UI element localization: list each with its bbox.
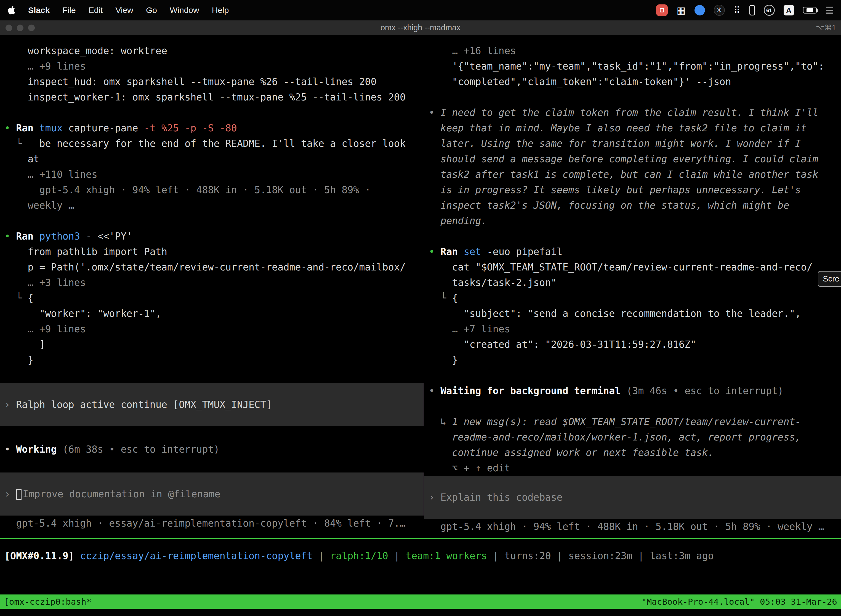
- terminal-line: [0, 457, 424, 472]
- menu-window[interactable]: Window: [170, 6, 199, 15]
- text-segment: from pathlib import Path: [4, 246, 167, 257]
- text-segment: [OMX#0.11.9]: [4, 550, 80, 561]
- text-segment: |: [313, 550, 330, 561]
- terminal-line: }: [424, 352, 841, 368]
- text-segment: {: [28, 293, 34, 304]
- terminal-line: [424, 229, 841, 244]
- terminal-line: [424, 89, 841, 105]
- text-segment: •: [4, 444, 16, 455]
- text-segment: at: [4, 154, 39, 164]
- terminal-line: … +16 lines: [424, 43, 841, 59]
- terminal-line: p = Path('.omx/state/team/review-current…: [0, 260, 424, 275]
- terminal-line: [424, 368, 841, 383]
- input-source-icon[interactable]: A: [784, 5, 794, 15]
- text-segment: gpt-5.4 xhigh · essay/ai-reimplementatio…: [4, 518, 406, 529]
- text-segment: ›: [4, 399, 16, 410]
- prompt-line[interactable]: › Explain this codebase: [424, 476, 841, 519]
- text-segment: └: [4, 293, 28, 304]
- menu-help[interactable]: Help: [212, 6, 229, 15]
- text-segment: cat "$OMX_TEAM_STATE_ROOT/team/review-cu…: [429, 262, 813, 273]
- text-segment: weekly …: [4, 200, 74, 211]
- blue-app-icon[interactable]: [694, 5, 705, 15]
- text-segment: •: [429, 107, 440, 118]
- text-segment: ↳: [429, 416, 452, 427]
- prompt-line[interactable]: › Ralph loop active continue [OMX_TMUX_I…: [0, 383, 424, 426]
- text-segment: "worker": "worker-1",: [4, 308, 161, 319]
- terminal-line: inspect task2's JSON, focusing on the st…: [424, 198, 841, 213]
- tmux-pane-left[interactable]: workspace_mode: worktree … +9 lines insp…: [0, 35, 424, 538]
- terminal-line: ⌥ + ↑ edit: [424, 461, 841, 476]
- tmux-pane-right[interactable]: … +16 lines '{"team_name":"my-team","tas…: [424, 35, 841, 538]
- terminal-line: "completed","claim_token":"claim-token"}…: [424, 74, 841, 89]
- terminal-line: gpt-5.4 xhigh · essay/ai-reimplementatio…: [0, 516, 424, 531]
- menu-bar: Slack FileEditViewGoWindowHelp ▦ ✳ ⠿ 61 …: [0, 0, 841, 21]
- text-segment: … +9 lines: [4, 323, 86, 334]
- prompt-line[interactable]: › Improve documentation in @filename: [0, 472, 424, 516]
- apple-menu-icon[interactable]: [7, 4, 17, 16]
- terminal-line: continue assigned work or next feasible …: [424, 445, 841, 461]
- text-segment: inspect_hud: omx sparkshell --tmux-pane …: [4, 76, 377, 87]
- text-segment: inspect_worker-1: omx sparkshell --tmux-…: [4, 92, 406, 103]
- zoom-button[interactable]: [28, 25, 35, 31]
- minimize-button[interactable]: [17, 25, 23, 31]
- text-segment: Waiting for background terminal: [440, 385, 626, 396]
- grid-app-icon[interactable]: ▦: [677, 6, 686, 15]
- text-segment: capture-pane: [69, 123, 144, 133]
- text-segment: └: [4, 138, 39, 149]
- text-segment: |: [388, 550, 406, 561]
- menu-file[interactable]: File: [62, 6, 76, 15]
- text-segment: pending.: [429, 215, 487, 226]
- terminal-line: └ {: [424, 290, 841, 306]
- text-segment: -euo pipefail: [487, 246, 563, 257]
- text-segment: }: [429, 354, 458, 365]
- menu-edit[interactable]: Edit: [89, 6, 103, 15]
- omx-status-pane[interactable]: [OMX#0.11.9] cczip/essay/ai-reimplementa…: [0, 538, 841, 594]
- text-segment: •: [429, 385, 440, 396]
- window-title-bar[interactable]: omx --xhigh --madmax ⌥⌘1: [0, 21, 841, 35]
- terminal-line: "worker": "worker-1",: [0, 306, 424, 321]
- terminal-line: readme-and-reco/mailbox/worker-1.json, a…: [424, 430, 841, 445]
- text-segment: … +3 lines: [4, 277, 86, 288]
- text-segment: •: [4, 123, 16, 133]
- dots-grid-icon[interactable]: ⠿: [734, 6, 741, 15]
- battery-icon[interactable]: [803, 7, 817, 13]
- traffic-lights: [6, 21, 35, 35]
- text-segment: Improve documentation in @filename: [23, 488, 220, 500]
- text-segment: Explain this codebase: [440, 492, 563, 503]
- text-segment: └: [429, 293, 452, 304]
- text-segment: … +7 lines: [429, 323, 510, 334]
- terminal-line: from pathlib import Path: [0, 244, 424, 260]
- terminal-line: … +3 lines: [0, 275, 424, 290]
- text-segment: •: [429, 246, 440, 257]
- screen: Slack FileEditViewGoWindowHelp ▦ ✳ ⠿ 61 …: [0, 0, 841, 616]
- battery-percent-badge-icon[interactable]: 61: [764, 5, 775, 16]
- text-segment: keep that in mind. Maybe I also need the…: [429, 123, 807, 133]
- text-segment: }: [4, 354, 34, 365]
- starburst-app-icon[interactable]: ✳: [714, 5, 725, 16]
- text-segment: Ran: [16, 123, 39, 133]
- text-segment: … +16 lines: [429, 45, 516, 56]
- screen-recording-icon[interactable]: [656, 4, 668, 16]
- terminal-line: gpt-5.4 xhigh · 94% left · 488K in · 5.1…: [0, 182, 424, 198]
- phone-mirroring-icon[interactable]: [749, 5, 755, 15]
- text-segment: tasks/task-2.json": [429, 277, 557, 288]
- terminal-line: }: [0, 352, 424, 368]
- control-list-icon[interactable]: ☰: [826, 6, 834, 15]
- text-segment: workspace_mode: worktree: [4, 45, 167, 56]
- terminal-line: gpt-5.4 xhigh · 94% left · 488K in · 5.1…: [424, 519, 841, 534]
- terminal-line: cat "$OMX_TEAM_STATE_ROOT/team/review-cu…: [424, 260, 841, 275]
- menu-go[interactable]: Go: [146, 6, 157, 15]
- terminal-line: ↳ 1 new msg(s): read $OMX_TEAM_STATE_ROO…: [424, 414, 841, 430]
- text-cursor: [16, 489, 22, 500]
- text-segment: •: [4, 231, 16, 242]
- text-segment: - <<'PY': [86, 231, 132, 242]
- close-button[interactable]: [6, 25, 12, 31]
- terminal-line: • Ran set -euo pipefail: [424, 244, 841, 260]
- menu-view[interactable]: View: [115, 6, 133, 15]
- terminal-line: ]: [0, 337, 424, 352]
- text-segment: gpt-5.4 xhigh · 94% left · 488K in · 5.1…: [4, 184, 371, 195]
- battery-tip: [817, 9, 818, 12]
- active-app-name[interactable]: Slack: [28, 6, 50, 15]
- text-segment: gpt-5.4 xhigh · 94% left · 488K in · 5.1…: [429, 521, 824, 532]
- terminal-line: is in progress? It seems likely but perh…: [424, 182, 841, 198]
